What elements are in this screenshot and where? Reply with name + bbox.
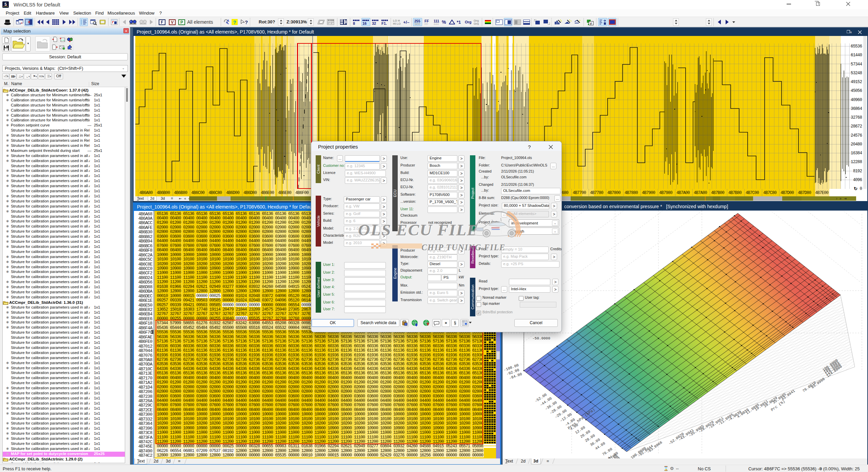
svg-text:FF: FF (425, 22, 428, 25)
svg-text:32: 32 (372, 21, 376, 25)
svg-text:?: ? (245, 19, 248, 25)
svg-text:+/–: +/– (403, 20, 409, 25)
svg-text:F: F (590, 22, 592, 25)
svg-text:%: % (442, 19, 446, 25)
svg-text:8: 8 (353, 21, 355, 25)
svg-text:F: F (161, 20, 163, 25)
svg-text:V: V (171, 20, 174, 25)
svg-text:-50.0000: -50.0000 (532, 336, 550, 340)
svg-text:*1: *1 (457, 20, 461, 25)
svg-text:16: 16 (362, 21, 367, 25)
svg-text:Org: Org (474, 22, 479, 25)
svg-text:P: P (180, 20, 183, 25)
svg-text:SEE: SEE (414, 22, 420, 25)
svg-text:HI LO: HI LO (393, 22, 401, 25)
svg-text:444: 444 (434, 22, 439, 25)
svg-text:F1.: F1. (381, 21, 387, 25)
svg-text:?: ? (233, 20, 236, 25)
svg-text:Org: Org (465, 20, 472, 24)
